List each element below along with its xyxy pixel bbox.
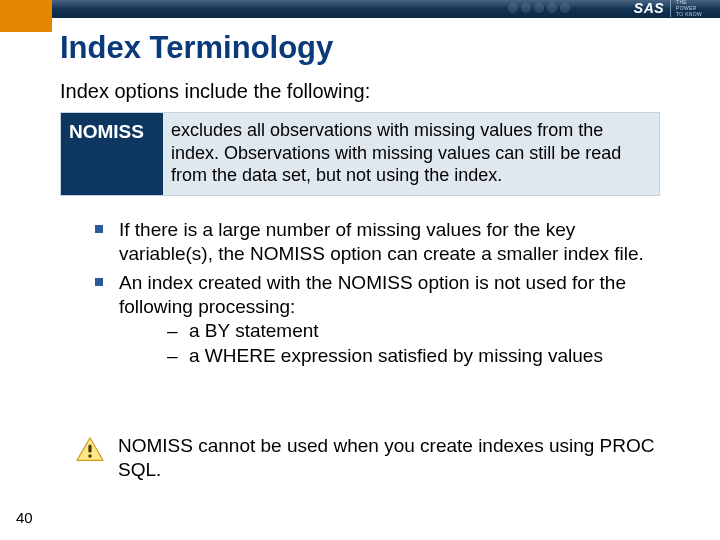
sub-text: a WHERE expression satisfied by missing …	[189, 344, 603, 368]
dash-marker: –	[167, 344, 189, 368]
decorative-dots	[508, 3, 570, 13]
bullet-marker	[95, 271, 119, 368]
definition-term: NOMISS	[61, 113, 163, 195]
bullet-list: If there is a large number of missing va…	[95, 218, 665, 372]
svg-point-3	[88, 454, 92, 458]
sub-list: – a BY statement – a WHERE expression sa…	[167, 319, 665, 368]
definition-description: excludes all observations with missing v…	[163, 113, 659, 195]
bullet-text: If there is a large number of missing va…	[119, 218, 665, 267]
logo-text: SAS	[634, 0, 664, 16]
list-item: An index created with the NOMISS option …	[95, 271, 665, 368]
bullet-marker	[95, 218, 119, 267]
accent-block	[0, 0, 52, 32]
header-bar: SAS THE POWER TO KNOW	[0, 0, 720, 32]
warning-text: NOMISS cannot be used when you create in…	[118, 434, 666, 483]
svg-rect-2	[88, 445, 91, 453]
dash-marker: –	[167, 319, 189, 343]
warning-icon	[76, 436, 104, 462]
slide-title: Index Terminology	[60, 30, 333, 66]
list-item: If there is a large number of missing va…	[95, 218, 665, 267]
sub-item: – a BY statement	[167, 319, 665, 343]
logo-tagline: THE POWER TO KNOW	[670, 0, 702, 17]
page-number: 40	[16, 509, 33, 526]
definition-box: NOMISS excludes all observations with mi…	[60, 112, 660, 196]
slide-subtitle: Index options include the following:	[60, 80, 370, 103]
warning-row: NOMISS cannot be used when you create in…	[76, 434, 666, 483]
sas-logo: SAS THE POWER TO KNOW	[634, 0, 702, 17]
header-gloss	[52, 0, 720, 9]
bullet-text: An index created with the NOMISS option …	[119, 271, 665, 320]
sub-item: – a WHERE expression satisfied by missin…	[167, 344, 665, 368]
sub-text: a BY statement	[189, 319, 319, 343]
